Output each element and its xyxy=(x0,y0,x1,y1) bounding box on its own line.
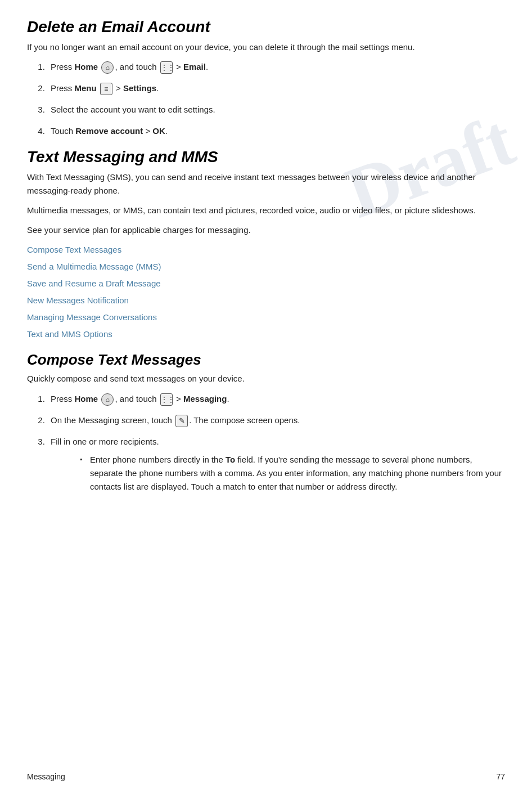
delete-email-title: Delete an Email Account xyxy=(27,18,505,36)
compose-step-3: Fill in one or more recipients. Enter ph… xyxy=(47,435,505,494)
footer-page-number: 77 xyxy=(496,772,505,781)
toc-list: Compose Text Messages Send a Multimedia … xyxy=(27,243,505,341)
compose-home-label: Home xyxy=(75,394,98,404)
apps-icon: ⋮⋮ xyxy=(160,61,173,74)
compose-new-icon: ✎ xyxy=(175,415,188,427)
remove-account-label: Remove account xyxy=(75,126,143,136)
to-label: To xyxy=(226,455,235,464)
compose-step-1: Press Home ⌂, and touch ⋮⋮ > Messaging. xyxy=(47,392,505,406)
delete-step-3: Select the account you want to edit sett… xyxy=(47,103,505,116)
footer-section-label: Messaging xyxy=(27,772,65,781)
ok-label: OK xyxy=(152,126,165,136)
compose-step-2: On the Messaging screen, touch ✎. The co… xyxy=(47,414,505,427)
toc-options[interactable]: Text and MMS Options xyxy=(27,328,505,341)
text-messaging-para1: With Text Messaging (SMS), you can send … xyxy=(27,171,505,197)
text-messaging-para2: Multimedia messages, or MMS, can contain… xyxy=(27,204,505,217)
toc-notification[interactable]: New Messages Notification xyxy=(27,294,505,307)
toc-compose[interactable]: Compose Text Messages xyxy=(27,243,505,257)
home-label: Home xyxy=(75,62,98,71)
compose-home-icon: ⌂ xyxy=(101,393,114,406)
settings-label: Settings xyxy=(123,83,156,93)
compose-intro: Quickly compose and send text messages o… xyxy=(27,372,505,385)
compose-bullet-1: Enter phone numbers directly in the To f… xyxy=(80,453,505,494)
compose-apps-icon: ⋮⋮ xyxy=(160,393,173,406)
menu-icon: ≡ xyxy=(100,83,112,95)
delete-step-2: Press Menu ≡ > Settings. xyxy=(47,82,505,95)
compose-title: Compose Text Messages xyxy=(27,351,505,369)
delete-step-1: Press Home ⌂, and touch ⋮⋮ > Email. xyxy=(47,60,505,74)
page-footer: Messaging 77 xyxy=(27,772,505,781)
delete-email-steps: Press Home ⌂, and touch ⋮⋮ > Email. Pres… xyxy=(47,60,505,138)
text-messaging-title: Text Messaging and MMS xyxy=(27,148,505,166)
compose-bullets: Enter phone numbers directly in the To f… xyxy=(80,453,505,494)
text-messaging-para3: See your service plan for applicable cha… xyxy=(27,223,505,236)
email-label: Email xyxy=(183,62,206,71)
toc-mms[interactable]: Send a Multimedia Message (MMS) xyxy=(27,260,505,274)
text-messaging-section: Text Messaging and MMS With Text Messagi… xyxy=(27,148,505,341)
compose-section: Compose Text Messages Quickly compose an… xyxy=(27,351,505,493)
home-icon: ⌂ xyxy=(101,61,114,74)
toc-draft[interactable]: Save and Resume a Draft Message xyxy=(27,277,505,290)
messaging-label: Messaging xyxy=(183,394,227,404)
menu-label: Menu xyxy=(75,83,97,93)
delete-email-intro: If you no longer want an email account o… xyxy=(27,41,505,53)
compose-steps: Press Home ⌂, and touch ⋮⋮ > Messaging. … xyxy=(47,392,505,494)
delete-step-4: Touch Remove account > OK. xyxy=(47,124,505,138)
delete-email-section: Delete an Email Account If you no longer… xyxy=(27,18,505,138)
toc-conversations[interactable]: Managing Message Conversations xyxy=(27,311,505,324)
